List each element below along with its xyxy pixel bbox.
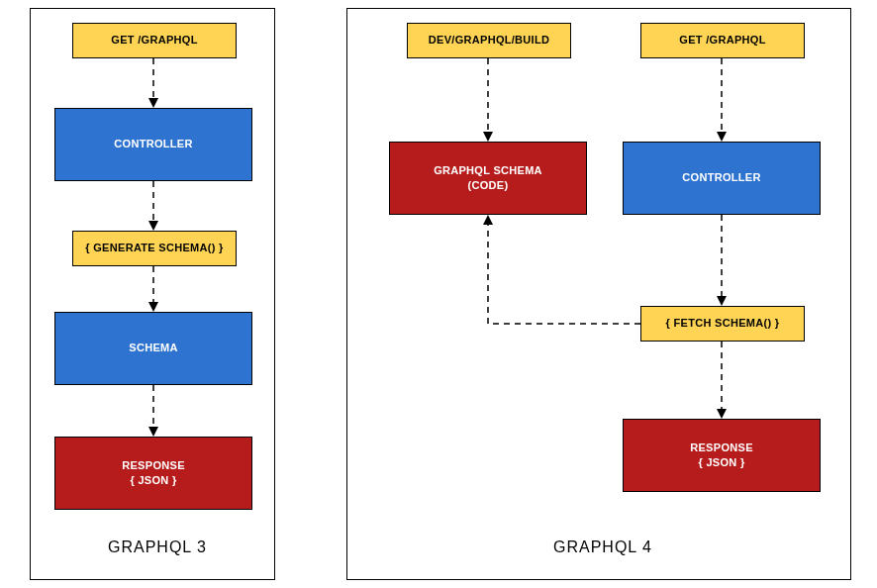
box-response-left: RESPONSE { JSON } [54, 437, 252, 510]
box-request-right: GET /GRAPHQL [640, 23, 805, 58]
panel-graphql4: DEV/GRAPHQL/BUILD GET /GRAPHQL GRAPHQL S… [346, 8, 851, 580]
label: SCHEMA [129, 341, 177, 355]
svg-marker-16 [717, 409, 727, 419]
label-line2: { JSON } [698, 455, 744, 470]
label: GET /GRAPHQL [679, 33, 765, 48]
panel-label-right: GRAPHQL 4 [553, 539, 652, 556]
box-graphql-schema-code: GRAPHQL SCHEMA (CODE) [389, 142, 587, 215]
svg-marker-14 [483, 215, 493, 225]
svg-marker-13 [717, 296, 727, 306]
panel-label-left: GRAPHQL 3 [108, 539, 207, 556]
label-line1: RESPONSE [122, 458, 185, 473]
box-request-left: GET /GRAPHQL [72, 23, 237, 58]
label: CONTROLLER [682, 170, 760, 185]
label: DEV/GRAPHQL/BUILD [429, 33, 549, 48]
box-controller-right: CONTROLLER [623, 142, 821, 215]
box-controller-left: CONTROLLER [54, 108, 252, 181]
svg-marker-7 [148, 427, 158, 437]
label: { GENERATE SCHEMA() } [85, 241, 223, 255]
svg-marker-9 [483, 132, 493, 142]
label-line1: GRAPHQL SCHEMA [434, 163, 542, 178]
box-generate-schema: { GENERATE SCHEMA() } [72, 231, 237, 266]
arrows-right [347, 9, 852, 581]
label-line2: (CODE) [468, 178, 509, 193]
svg-marker-11 [717, 132, 727, 142]
box-fetch-schema: { FETCH SCHEMA() } [640, 306, 805, 342]
panel-graphql3: GET /GRAPHQL CONTROLLER { GENERATE SCHEM… [30, 8, 275, 580]
svg-marker-5 [148, 302, 158, 312]
svg-marker-1 [148, 98, 158, 108]
box-response-right: RESPONSE { JSON } [623, 419, 821, 492]
svg-marker-3 [148, 221, 158, 231]
box-build: DEV/GRAPHQL/BUILD [407, 23, 571, 58]
label-line1: RESPONSE [690, 441, 753, 455]
box-schema-left: SCHEMA [54, 312, 252, 385]
label: GET /GRAPHQL [111, 33, 197, 48]
label: CONTROLLER [114, 137, 192, 151]
label-line2: { JSON } [130, 473, 176, 488]
label: { FETCH SCHEMA() } [666, 316, 780, 331]
